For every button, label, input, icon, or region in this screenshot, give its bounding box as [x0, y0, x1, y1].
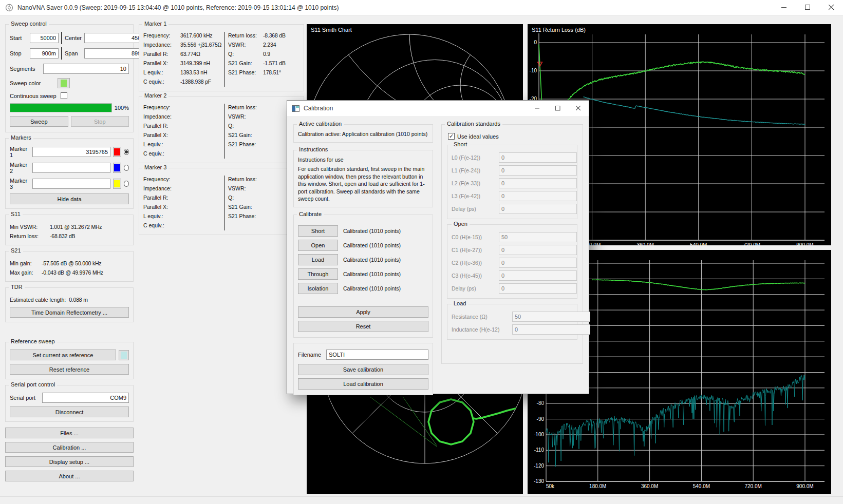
l0-input[interactable] [499, 152, 577, 163]
app-titlebar[interactable]: NanoVNA Saver 0.0.9 (Sweep: 2019-09-15 1… [0, 0, 843, 15]
use-ideal-values-checkbox[interactable]: ✓ [448, 133, 455, 140]
reset-reference-button[interactable]: Reset reference [10, 364, 129, 375]
marker2-radio[interactable] [124, 165, 129, 171]
load-button[interactable]: Load [298, 254, 338, 265]
dialog-maximize-button[interactable] [548, 101, 568, 116]
start-input[interactable] [30, 33, 59, 43]
reference-sweep-legend: Reference sweep [9, 338, 57, 344]
field-label: Q: [228, 193, 263, 202]
short-status: Calibrated (1010 points) [343, 228, 401, 234]
l1-input[interactable] [499, 165, 577, 176]
field-value: 35.556 +j31.675Ω [180, 40, 221, 49]
c0-input[interactable] [499, 232, 577, 242]
calibration-left-column: Active calibration Calibration active: A… [293, 124, 433, 395]
open-button[interactable]: Open [298, 240, 338, 251]
sweep-color-swatch[interactable] [58, 78, 70, 88]
c3-input[interactable] [499, 270, 577, 281]
display-setup-button[interactable]: Display setup ... [5, 456, 134, 467]
marker3-data-legend: Marker 3 [142, 164, 168, 170]
svg-text:-120: -120 [534, 463, 544, 469]
reference-color-swatch[interactable] [119, 350, 129, 360]
svg-text:-90: -90 [537, 416, 545, 422]
svg-text:0: 0 [534, 40, 537, 45]
svg-text:-80: -80 [537, 400, 545, 406]
marker2-color-swatch[interactable] [113, 163, 121, 173]
calibration-button[interactable]: Calibration ... [5, 442, 134, 453]
tdr-button[interactable]: Time Domain Reflectometry ... [10, 307, 129, 318]
save-calibration-button[interactable]: Save calibration [298, 364, 428, 375]
calibration-dialog-titlebar[interactable]: Calibration [287, 101, 589, 116]
stop-input[interactable] [30, 48, 59, 59]
disconnect-button[interactable]: Disconnect [10, 406, 129, 417]
reset-button[interactable]: Reset [298, 321, 428, 332]
standards-open-group: Open C0 (H(e-15)) C1 (H(e-27)) C2 (H(e-3… [447, 224, 577, 299]
dialog-close-button[interactable] [568, 101, 589, 116]
marker1-data-group: Marker 1 Frequency:3617.600 kHz Impedanc… [139, 24, 304, 91]
marker2-input[interactable] [32, 163, 110, 173]
close-button[interactable] [819, 0, 843, 15]
stop-button[interactable]: Stop [71, 116, 129, 127]
inductance-label: Inductance (H(e-12) [452, 326, 512, 333]
maximize-button[interactable] [796, 0, 819, 15]
field-label: VSWR: [228, 40, 263, 49]
s21-group: S21 Min gain:-57.505 dB @ 50.000 kHz Max… [5, 251, 134, 282]
serial-port-input[interactable] [42, 393, 129, 403]
field-label: Parallel R: [143, 193, 180, 202]
inductance-input[interactable] [512, 324, 590, 335]
marker2-data-legend: Marker 2 [142, 92, 168, 99]
s11-legend: S11 [9, 211, 23, 217]
marker1-label: Marker 1 [10, 146, 30, 158]
filename-label: Filename [298, 352, 324, 358]
marker3-color-fill [114, 180, 120, 187]
resistance-input[interactable] [512, 312, 590, 322]
field-label: C equiv.: [143, 77, 180, 86]
reference-color-fill [121, 352, 127, 359]
filename-input[interactable] [326, 350, 428, 360]
set-reference-button[interactable]: Set current as reference [10, 350, 116, 360]
marker1-radio[interactable] [124, 149, 129, 155]
field-value: 3149.399 nH [180, 59, 210, 68]
field-label: VSWR: [228, 112, 263, 121]
sweep-button[interactable]: Sweep [10, 116, 68, 127]
marker2-label: Marker 2 [10, 162, 30, 174]
isolation-button[interactable]: Isolation [298, 283, 338, 294]
close-icon [829, 5, 834, 10]
load-status: Calibrated (1010 points) [343, 257, 401, 263]
field-value: -1.571 dB [263, 59, 286, 68]
open-legend: Open [452, 221, 470, 227]
load-calibration-button[interactable]: Load calibration [298, 378, 428, 390]
short-delay-input[interactable] [499, 204, 577, 214]
c1-input[interactable] [499, 245, 577, 255]
marker3-color-swatch[interactable] [113, 179, 121, 189]
open-delay-input[interactable] [499, 283, 577, 294]
apply-button[interactable]: Apply [298, 306, 428, 318]
field-value: 63.774Ω [180, 49, 200, 59]
sweep-color-fill [61, 80, 67, 87]
c2-input[interactable] [499, 258, 577, 268]
serial-port-label: Serial port [10, 395, 40, 401]
through-button[interactable]: Through [298, 268, 338, 280]
continuous-sweep-checkbox[interactable] [61, 92, 67, 99]
l2-input[interactable] [499, 178, 577, 188]
marker3-input[interactable] [32, 179, 110, 189]
short-button[interactable]: Short [298, 225, 338, 237]
standards-load-group: Load Resistance (Ω) Inductance (H(e-12) [447, 304, 577, 340]
active-calibration-group: Active calibration Calibration active: A… [293, 124, 433, 143]
hide-data-button[interactable]: Hide data [10, 193, 129, 204]
marker-data-column: Marker 1 Frequency:3617.600 kHz Impedanc… [139, 24, 304, 235]
marker1-color-swatch[interactable] [113, 147, 121, 157]
marker3-radio[interactable] [124, 181, 129, 187]
dialog-minimize-button[interactable] [527, 101, 548, 116]
minimize-button[interactable] [772, 0, 796, 15]
marker1-input[interactable] [32, 147, 110, 157]
segments-input[interactable] [43, 64, 129, 74]
l3-input[interactable] [499, 191, 577, 201]
resistance-label: Resistance (Ω) [452, 314, 512, 320]
max-gain-label: Max gain: [10, 268, 42, 277]
svg-text:-100: -100 [534, 432, 544, 437]
instructions-body: For each calibration standard, first swe… [298, 165, 428, 203]
l2-label: L2 (F(e-33)) [452, 180, 499, 186]
field-label: Impedance: [143, 184, 180, 193]
files-button[interactable]: Files ... [5, 428, 134, 438]
about-button[interactable]: About ... [5, 471, 134, 481]
